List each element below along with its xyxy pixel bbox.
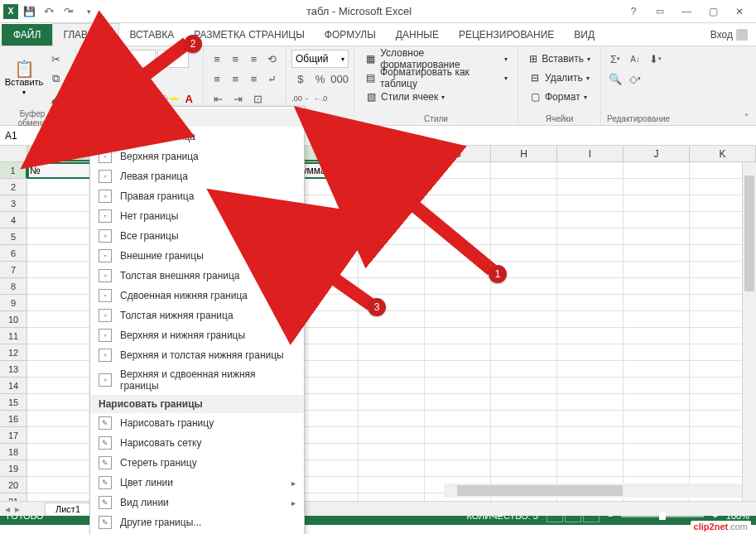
cell[interactable] <box>557 427 624 444</box>
cell[interactable] <box>624 460 690 477</box>
cell[interactable] <box>27 411 94 427</box>
cell[interactable] <box>624 245 690 262</box>
underline-button[interactable]: Ч <box>121 89 139 108</box>
tab-review[interactable]: РЕЦЕНЗИРОВАНИЕ <box>449 24 564 46</box>
cell[interactable] <box>359 212 425 229</box>
tab-insert[interactable]: ВСТАВКА <box>119 24 184 46</box>
cell[interactable] <box>624 344 690 361</box>
cell[interactable] <box>425 162 491 179</box>
cell[interactable] <box>624 444 690 460</box>
cell[interactable] <box>27 229 94 245</box>
number-launcher[interactable]: ◢ <box>328 115 337 123</box>
row-header[interactable]: 8 <box>0 278 27 295</box>
cell[interactable] <box>491 328 557 344</box>
cell[interactable] <box>27 245 94 262</box>
cell[interactable] <box>557 262 624 278</box>
wrap-text-button[interactable]: ⤶ <box>264 70 281 88</box>
align-left-button[interactable]: ≡ <box>209 70 225 88</box>
cell[interactable] <box>425 245 491 262</box>
zoom-slider[interactable] <box>621 515 704 517</box>
merge-button[interactable]: ⊡ <box>248 89 267 108</box>
cell[interactable] <box>491 411 557 427</box>
cell[interactable] <box>425 378 491 394</box>
col-header-A[interactable]: A <box>27 146 94 161</box>
delete-cells-button[interactable]: ⊟Удалить▾ <box>523 69 595 87</box>
cut-button[interactable]: ✂ <box>46 50 65 68</box>
italic-button[interactable]: К <box>101 89 119 108</box>
cell[interactable] <box>624 212 690 229</box>
borders-button[interactable]: ▦▾ <box>140 89 158 108</box>
cell[interactable] <box>557 179 624 195</box>
collapse-ribbon-button[interactable]: ˄ <box>739 110 753 123</box>
horizontal-scrollbar[interactable] <box>444 483 742 498</box>
format-painter-button[interactable]: 🖌 <box>46 89 65 108</box>
cell[interactable] <box>425 262 491 278</box>
row-header[interactable]: 12 <box>0 344 27 361</box>
font-size-combo[interactable]: 11 <box>157 50 189 68</box>
cell[interactable] <box>425 460 491 477</box>
orientation-button[interactable]: ⟲ <box>264 50 281 68</box>
row-header[interactable]: 2 <box>0 179 27 195</box>
cell[interactable] <box>359 460 425 477</box>
sheet-nav-next[interactable]: ▸ <box>15 503 20 515</box>
tab-view[interactable]: ВИД <box>564 24 604 46</box>
row-header[interactable]: 4 <box>0 212 27 229</box>
cell[interactable] <box>27 179 94 195</box>
paste-button[interactable]: 📋 Вставить ▾ <box>5 50 43 108</box>
decrease-indent-button[interactable]: ⇤ <box>209 89 227 108</box>
cell[interactable] <box>425 444 491 460</box>
row-header[interactable]: 5 <box>0 229 27 245</box>
cell[interactable] <box>491 344 557 361</box>
fill-color-button[interactable]: ♢ <box>160 89 178 108</box>
find-select-button[interactable]: 🔍 <box>606 70 624 88</box>
menu-item[interactable]: ▫Нижняя граница <box>90 127 304 147</box>
cell[interactable] <box>557 245 624 262</box>
cell[interactable] <box>425 394 491 411</box>
cell[interactable] <box>359 394 425 411</box>
percent-button[interactable]: % <box>311 70 330 88</box>
ribbon-options-button[interactable]: ▭ <box>648 2 672 21</box>
menu-item[interactable]: ▫Толстая нижняя граница <box>90 305 304 325</box>
cell[interactable] <box>624 262 690 278</box>
cell[interactable] <box>27 460 94 477</box>
cell[interactable] <box>624 378 690 394</box>
align-middle-button[interactable]: ≡ <box>227 50 243 68</box>
undo-button[interactable]: ↶▾ <box>40 2 58 21</box>
row-header[interactable]: 13 <box>0 361 27 378</box>
cell[interactable] <box>425 179 491 195</box>
sort-filter-button[interactable]: A↓ <box>626 50 644 68</box>
row-header[interactable]: 11 <box>0 328 27 344</box>
font-color-button[interactable]: A <box>180 89 198 108</box>
number-format-combo[interactable]: Общий▾ <box>291 50 349 68</box>
cell-styles-button[interactable]: ▧Стили ячеек▾ <box>359 88 513 106</box>
font-name-combo[interactable]: Calibri <box>81 50 156 68</box>
format-cells-button[interactable]: ▢Формат▾ <box>523 88 595 106</box>
help-button[interactable]: ? <box>622 2 645 21</box>
cell[interactable] <box>27 378 94 394</box>
cell[interactable] <box>425 212 491 229</box>
row-header[interactable]: 6 <box>0 245 27 262</box>
cell[interactable] <box>27 262 94 278</box>
cell[interactable] <box>624 278 690 295</box>
cell[interactable] <box>557 195 624 212</box>
cell[interactable] <box>491 195 557 212</box>
cell[interactable] <box>624 394 690 411</box>
select-all-corner[interactable] <box>0 146 27 161</box>
cell[interactable] <box>557 229 624 245</box>
cell[interactable] <box>359 262 425 278</box>
cell[interactable] <box>359 278 425 295</box>
cell[interactable] <box>557 411 624 427</box>
align-right-button[interactable]: ≡ <box>246 70 262 88</box>
row-header[interactable]: 18 <box>0 444 27 460</box>
cell[interactable] <box>557 444 624 460</box>
row-header[interactable]: 9 <box>0 295 27 311</box>
maximize-button[interactable]: ▢ <box>701 2 725 21</box>
row-header[interactable]: 20 <box>0 477 27 493</box>
cell[interactable] <box>491 179 557 195</box>
tab-page-layout[interactable]: РАЗМЕТКА СТРАНИЦЫ <box>184 24 315 46</box>
col-header-K[interactable]: K <box>690 146 756 161</box>
menu-item[interactable]: ✎Вид линии▸ <box>90 493 304 512</box>
cell[interactable] <box>27 278 94 295</box>
cell[interactable] <box>624 229 690 245</box>
tab-file[interactable]: ФАЙЛ <box>2 24 52 46</box>
